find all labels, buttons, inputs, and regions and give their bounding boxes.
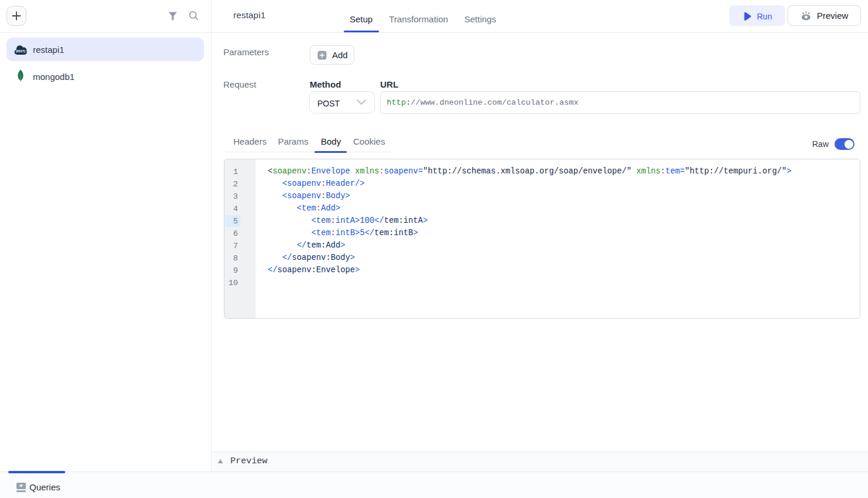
- svg-text:{REST}: {REST}: [16, 50, 25, 53]
